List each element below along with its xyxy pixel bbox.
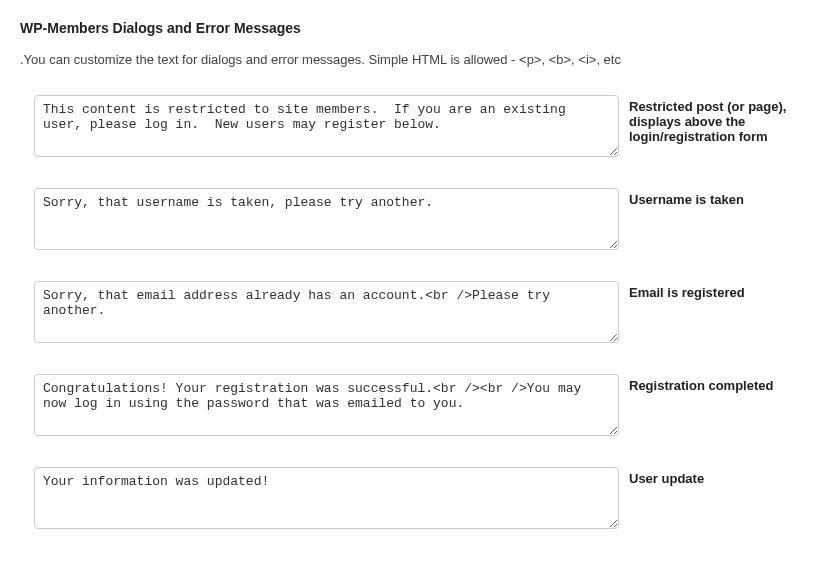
textarea-registration-completed[interactable] <box>34 374 619 436</box>
row-user-update: User update <box>20 467 819 532</box>
textarea-user-update[interactable] <box>34 467 619 529</box>
row-registration-completed: Registration completed <box>20 374 819 439</box>
row-restricted-post: Restricted post (or page), displays abov… <box>20 95 819 160</box>
label-registration-completed: Registration completed <box>619 374 819 393</box>
page-title: WP-Members Dialogs and Error Messages <box>20 20 819 36</box>
textarea-username-taken[interactable] <box>34 188 619 250</box>
textarea-restricted-post[interactable] <box>34 95 619 157</box>
row-username-taken: Username is taken <box>20 188 819 253</box>
page-description: .You can customize the text for dialogs … <box>20 52 819 67</box>
textarea-email-registered[interactable] <box>34 281 619 343</box>
label-email-registered: Email is registered <box>619 281 819 300</box>
row-email-registered: Email is registered <box>20 281 819 346</box>
label-username-taken: Username is taken <box>619 188 819 207</box>
label-user-update: User update <box>619 467 819 486</box>
label-restricted-post: Restricted post (or page), displays abov… <box>619 95 819 144</box>
